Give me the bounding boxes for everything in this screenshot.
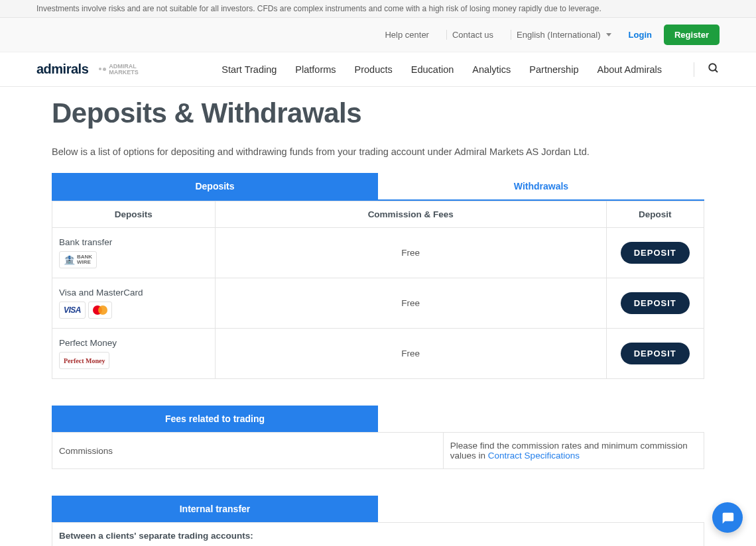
page-content: Deposits & Withdrawals Below is a list o… — [0, 87, 756, 546]
deposit-button[interactable]: DEPOSIT — [621, 343, 690, 364]
tab-withdrawals[interactable]: Withdrawals — [378, 173, 704, 199]
th-deposits: Deposits — [52, 201, 216, 228]
table-row: Between a clients' separate trading acco… — [52, 523, 704, 547]
method-name: Perfect Money — [59, 338, 208, 348]
th-commission: Commission & Fees — [215, 201, 606, 228]
svg-line-1 — [715, 70, 718, 72]
sub-brand-logo: ADMIRAL MARKETS — [99, 64, 139, 76]
deposit-button[interactable]: DEPOSIT — [621, 292, 690, 314]
bank-wire-icon: 🏦 BANK WIRE — [59, 251, 97, 268]
deposit-button[interactable]: DEPOSIT — [621, 242, 690, 264]
nav-partnership[interactable]: Partnership — [529, 64, 578, 75]
tab-deposits[interactable]: Deposits — [52, 173, 378, 199]
mastercard-icon — [88, 301, 112, 319]
register-button[interactable]: Register — [664, 25, 720, 45]
commissions-label: Commissions — [52, 433, 444, 469]
visa-icon: VISA — [59, 301, 86, 319]
tabs: Deposits Withdrawals — [52, 173, 704, 201]
th-deposit: Deposit — [606, 201, 704, 228]
login-link[interactable]: Login — [629, 30, 652, 40]
table-row: Visa and MasterCard VISA Free DEPOSIT — [52, 278, 704, 329]
method-name: Visa and MasterCard — [59, 288, 208, 298]
nav-start-trading[interactable]: Start Trading — [221, 64, 277, 75]
contract-specs-link[interactable]: Contract Specifications — [488, 451, 580, 461]
nav-about[interactable]: About Admirals — [597, 64, 662, 75]
contact-us-link[interactable]: Contact us — [446, 30, 499, 40]
language-label: English (International) — [517, 30, 600, 40]
fee-cell: Free — [215, 329, 606, 379]
fee-cell: Free — [215, 228, 606, 278]
fees-section-header: Fees related to trading — [52, 406, 378, 432]
risk-warning-bar: Investments involve risks and are not su… — [0, 0, 756, 18]
risk-warning-text: Investments involve risks and are not su… — [36, 4, 601, 13]
main-nav: admirals ADMIRAL MARKETS Start Trading P… — [0, 52, 756, 87]
brand-logo: admirals — [36, 62, 88, 77]
search-button[interactable] — [694, 62, 720, 77]
nav-links: Start Trading Platforms Products Educati… — [221, 62, 720, 77]
top-bar: Help center Contact us English (Internat… — [0, 18, 756, 52]
commissions-value: Please find the commission rates and min… — [443, 433, 704, 469]
search-icon — [708, 62, 720, 74]
nav-products[interactable]: Products — [355, 64, 393, 75]
nav-platforms[interactable]: Platforms — [295, 64, 336, 75]
perfect-money-icon: Perfect Money — [59, 352, 109, 369]
deposits-table: Deposits Commission & Fees Deposit Bank … — [52, 201, 704, 379]
fee-cell: Free — [215, 278, 606, 329]
page-title: Deposits & Withdrawals — [52, 97, 704, 129]
nav-analytics[interactable]: Analytics — [472, 64, 511, 75]
fees-table: Commissions Please find the commission r… — [52, 432, 704, 469]
chat-icon — [720, 510, 735, 525]
chevron-down-icon — [606, 33, 611, 36]
chat-widget[interactable] — [712, 502, 743, 533]
language-selector[interactable]: English (International) — [511, 30, 616, 40]
help-center-link[interactable]: Help center — [379, 30, 434, 40]
internal-transfer-header: Internal transfer — [52, 496, 378, 522]
table-row: Bank transfer 🏦 BANK WIRE Free DEPOSIT — [52, 228, 704, 278]
method-name: Bank transfer — [59, 237, 208, 247]
nav-education[interactable]: Education — [411, 64, 454, 75]
svg-point-0 — [709, 64, 716, 71]
internal-transfer-table: Between a clients' separate trading acco… — [52, 522, 704, 546]
table-row: Perfect Money Perfect Money Free DEPOSIT — [52, 329, 704, 379]
intro-text: Below is a list of options for depositin… — [52, 146, 704, 157]
logo-area[interactable]: admirals ADMIRAL MARKETS — [36, 62, 139, 77]
